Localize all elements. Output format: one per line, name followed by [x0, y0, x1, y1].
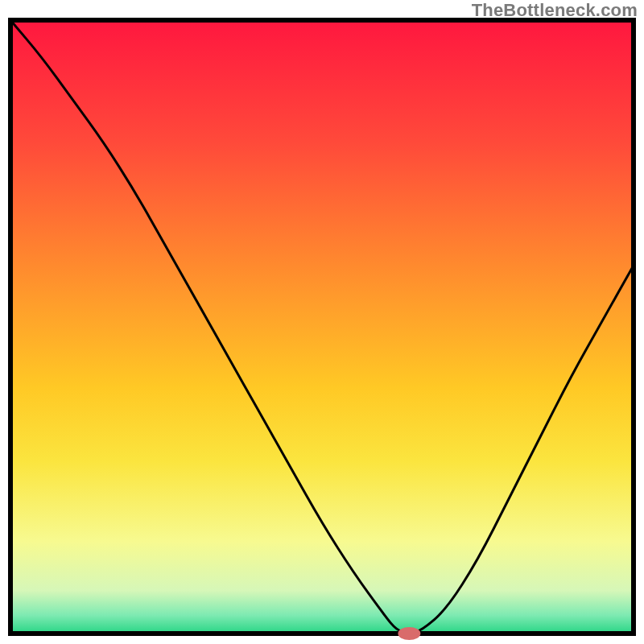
minimum-marker: [398, 627, 420, 640]
plot-background: [10, 20, 634, 634]
bottleneck-chart: [0, 0, 644, 644]
